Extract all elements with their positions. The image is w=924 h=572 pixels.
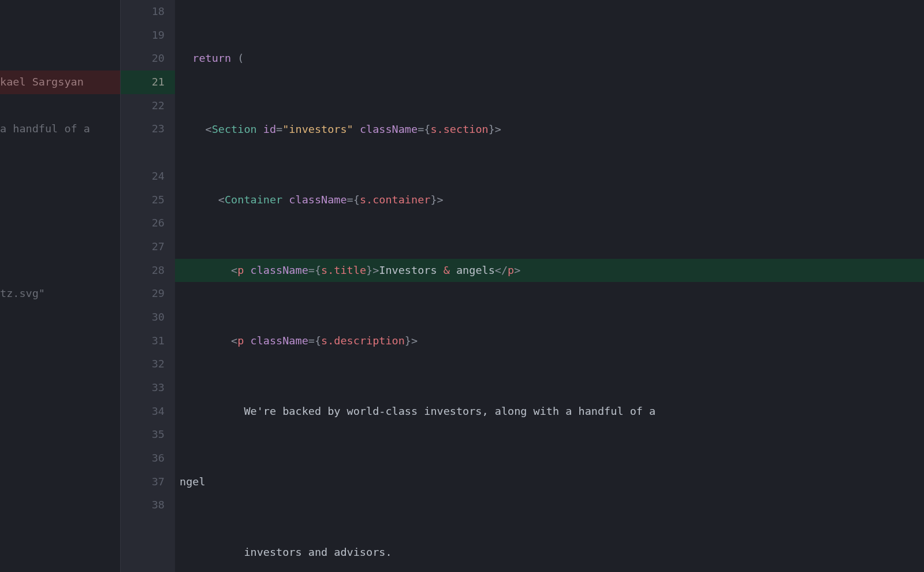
line-number[interactable]: 30	[121, 306, 175, 329]
line-number[interactable]: 32	[121, 352, 175, 376]
blame-snippet: tz.svg"	[0, 282, 45, 306]
code-line-22[interactable]: <p className={s.description}>	[175, 329, 924, 353]
blame-row	[0, 141, 120, 165]
blame-row	[0, 94, 120, 118]
line-number[interactable]: 26	[121, 211, 175, 235]
line-number[interactable]: 24	[121, 165, 175, 188]
blame-row	[0, 470, 120, 494]
blame-row	[0, 447, 120, 470]
blame-author[interactable]: kael Sargsyan	[0, 70, 120, 94]
code-line-19[interactable]: <Section id="investors" className={s.sec…	[175, 118, 924, 142]
blame-row	[0, 352, 120, 376]
blame-row: tz.svg"	[0, 282, 120, 306]
blame-row	[0, 0, 120, 24]
blame-author-name: kael Sargsyan	[0, 70, 84, 94]
blame-row	[0, 400, 120, 424]
code-line-23[interactable]: We're backed by world-class investors, a…	[175, 400, 924, 424]
line-number[interactable]: 18	[121, 0, 175, 24]
line-number[interactable]: 23	[121, 117, 175, 141]
code-editor: kael Sargsyan a handful of a tz.svg" 18 …	[0, 0, 924, 572]
line-number[interactable]: 38	[121, 493, 175, 517]
line-number[interactable]: 29	[121, 282, 175, 306]
line-number[interactable]: 22	[121, 94, 175, 118]
line-number-gutter: 18 19 20 21 22 23 24 25 26 27 28 29 30 3…	[120, 0, 175, 572]
blame-snippet: a handful of a	[0, 117, 90, 141]
blame-row	[0, 493, 120, 517]
blame-row	[0, 235, 120, 259]
line-number[interactable]: 28	[121, 259, 175, 283]
line-number[interactable]: 25	[121, 188, 175, 212]
line-number[interactable]: 20	[121, 47, 175, 70]
line-number[interactable]: 33	[121, 376, 175, 400]
code-line-18[interactable]: return (	[175, 47, 924, 70]
blame-row	[0, 165, 120, 188]
git-blame-column: kael Sargsyan a handful of a tz.svg"	[0, 0, 120, 572]
blame-row	[0, 259, 120, 283]
line-number-wrap	[121, 141, 175, 165]
line-number[interactable]: 19	[121, 24, 175, 47]
blame-row	[0, 211, 120, 235]
line-number[interactable]: 35	[121, 423, 175, 447]
blame-row	[0, 376, 120, 400]
blame-row: a handful of a	[0, 117, 120, 141]
code-line-23-wrap[interactable]: ngel	[175, 470, 924, 494]
blame-row	[0, 24, 120, 47]
blame-row	[0, 329, 120, 353]
code-line-21[interactable]: <p className={s.title}>Investors & angel…	[175, 259, 924, 283]
line-number-current[interactable]: 21	[121, 70, 175, 94]
line-number[interactable]: 34	[121, 400, 175, 424]
code-line-20[interactable]: <Container className={s.container}>	[175, 188, 924, 212]
blame-row	[0, 423, 120, 447]
code-line-24[interactable]: investors and advisors.	[175, 541, 924, 564]
line-number[interactable]: 37	[121, 470, 175, 494]
line-number[interactable]: 27	[121, 235, 175, 259]
blame-row	[0, 47, 120, 70]
blame-row	[0, 306, 120, 329]
line-number[interactable]: 31	[121, 329, 175, 353]
blame-row	[0, 188, 120, 212]
line-number[interactable]: 36	[121, 447, 175, 470]
code-area[interactable]: return ( <Section id="investors" classNa…	[175, 0, 924, 572]
